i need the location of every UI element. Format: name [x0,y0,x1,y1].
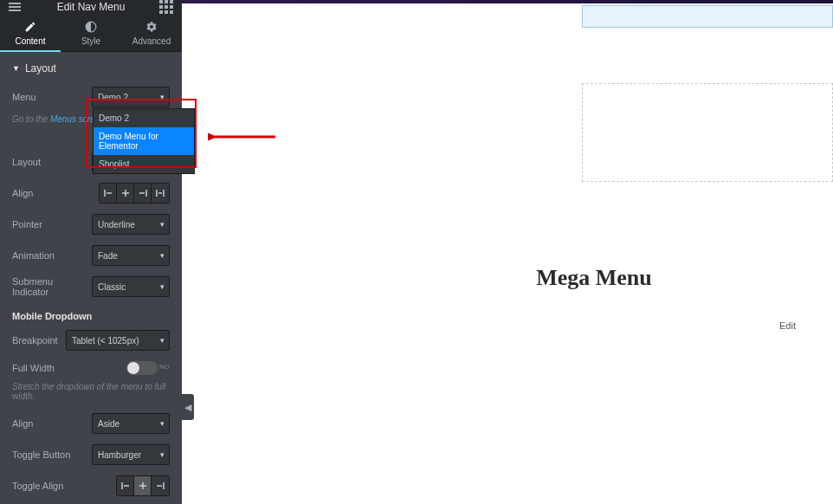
align-left-button[interactable] [100,184,117,203]
tab-style[interactable]: Style [61,14,121,51]
panel-title: Edit Nav Menu [57,1,126,13]
toggle-align-group [116,475,170,496]
dashed-section[interactable] [582,83,833,182]
mega-menu-title: Mega Menu [536,265,652,291]
align-stretch-button[interactable] [152,184,169,203]
toggle-align-right-button[interactable] [152,476,169,495]
caret-down-icon: ▼ [12,64,20,73]
tab-content[interactable]: Content [0,14,61,51]
top-strip [182,0,833,3]
row-pointer: Pointer Underline [12,209,170,240]
pointer-select[interactable]: Underline [92,214,170,235]
row-align2: Align Aside [12,408,170,439]
menu-dropdown: Demo 2 Demo Menu for Elementor Shoplist [93,108,195,174]
menu-option[interactable]: Demo 2 [94,109,194,127]
align-right-button[interactable] [134,184,152,203]
align2-label: Align [12,418,90,429]
animation-label: Animation [12,250,90,261]
tab-label: Content [15,36,45,46]
section-title: Layout [25,62,56,74]
submenu-select[interactable]: Classic [92,276,170,297]
row-submenu: Submenu Indicator Classic [12,271,170,302]
align-group [99,183,170,204]
row-menu: Menu Demo 2 Demo 2 Demo Menu for Element… [12,81,170,113]
tab-advanced[interactable]: Advanced [121,14,182,51]
align-center-button[interactable] [117,184,134,203]
gear-icon [145,21,158,33]
toggle-button-label: Toggle Button [12,449,90,460]
tabs: Content Style Advanced [0,14,182,52]
menu-label: Menu [12,92,90,102]
add-section-box[interactable] [582,5,833,28]
row-toggle-align: Toggle Align [12,470,170,501]
hamburger-icon[interactable] [9,3,21,11]
contrast-icon [85,21,97,33]
menu-option[interactable]: Shoplist [94,155,194,173]
menu-option[interactable]: Demo Menu for Elementor [94,127,194,155]
pencil-icon [24,21,36,33]
row-animation: Animation Fade [12,240,170,271]
row-align: Align [12,178,170,209]
row-toggle-button: Toggle Button Hamburger [12,439,170,470]
toggle-align-center-button[interactable] [134,476,152,495]
mobile-dropdown-title: Mobile Dropdown [12,302,170,325]
submenu-label: Submenu Indicator [12,276,90,297]
fullwidth-toggle[interactable]: NO [126,361,158,375]
menu-select[interactable]: Demo 2 Demo 2 Demo Menu for Elementor Sh… [92,87,170,107]
annotation-arrow-icon [208,128,277,145]
apps-icon[interactable] [159,0,173,14]
layout-label: Layout [12,157,90,167]
tab-label: Style [81,36,100,46]
fullwidth-hint: Stretch the dropdown of the menu to full… [12,380,170,408]
breakpoint-label: Breakpoint [12,335,66,346]
fullwidth-label: Full Width [12,363,90,373]
toggle-align-left-button[interactable] [117,476,134,495]
sidebar: Edit Nav Menu Content Style Advanced ▼ L… [0,0,182,504]
breakpoint-select[interactable]: Tablet (< 1025px) [66,330,170,351]
align-label: Align [12,188,90,198]
toggle-align-label: Toggle Align [12,481,90,491]
preview-canvas: Mega Menu Edit Content Area [182,0,833,504]
section-layout[interactable]: ▼ Layout [12,52,170,81]
collapse-panel-button[interactable]: ◀ [182,394,194,420]
toggle-button-select[interactable]: Hamburger [92,444,170,465]
panel-body: ▼ Layout Menu Demo 2 Demo 2 Demo Menu fo… [0,52,182,504]
align2-select[interactable]: Aside [92,413,170,434]
tab-label: Advanced [132,36,171,46]
sidebar-header: Edit Nav Menu [0,0,182,14]
row-fullwidth: Full Width NO [12,356,170,380]
pointer-label: Pointer [12,219,90,229]
row-breakpoint: Breakpoint Tablet (< 1025px) [12,325,170,356]
edit-link[interactable]: Edit [779,320,796,331]
animation-select[interactable]: Fade [92,245,170,266]
